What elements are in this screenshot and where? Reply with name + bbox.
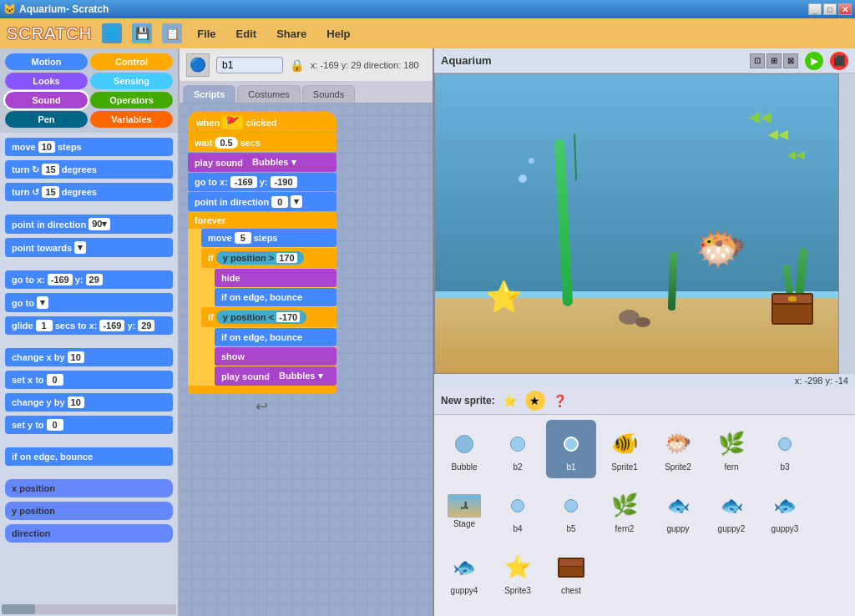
block-turn-ccw[interactable]: turn ↺ 15 degrees — [5, 183, 173, 201]
block-when-flag-clicked[interactable]: when 🚩 clicked — [188, 111, 336, 133]
stage-resize-controls: ⊡ ⊞ ⊠ — [750, 53, 798, 68]
block-set-y[interactable]: set y to 0 — [5, 416, 173, 434]
cat-operators[interactable]: Operators — [90, 92, 173, 109]
add-sprite-random[interactable]: ★ — [525, 391, 545, 411]
minimize-button[interactable]: _ — [808, 3, 822, 15]
tab-sounds[interactable]: Sounds — [302, 85, 355, 103]
block-point-towards[interactable]: point towards ▾ — [5, 238, 173, 257]
block-change-y[interactable]: change y by 10 — [5, 393, 173, 412]
sprite-thumb-guppy[interactable]: 🐟 guppy — [653, 482, 703, 540]
lock-icon[interactable]: 🔒 — [290, 58, 304, 72]
title-bar: 🐱 Aquarium- Scratch _ □ ✕ — [0, 0, 855, 18]
block-glide[interactable]: glide 1 secs to x: -169 y: 29 — [5, 316, 173, 335]
left-panel-scrollbar[interactable] — [2, 604, 176, 614]
run-button[interactable]: ▶ — [805, 52, 823, 70]
cat-variables[interactable]: Variables — [90, 111, 173, 128]
block-play-sound-2[interactable]: play sound Bubbles ▾ — [215, 366, 336, 386]
sprite-thumb-b5[interactable]: b5 — [546, 482, 596, 540]
resize-medium[interactable]: ⊞ — [766, 53, 782, 68]
cat-control[interactable]: Control — [90, 53, 173, 70]
cat-sound[interactable]: Sound — [5, 92, 88, 109]
stage-header: Aquarium ⊡ ⊞ ⊠ ▶ ⬛ — [434, 48, 855, 73]
scratch-logo: SCRATCH — [7, 24, 92, 43]
tab-costumes[interactable]: Costumes — [237, 85, 301, 103]
resize-fullscreen[interactable]: ⊠ — [783, 53, 798, 68]
sprite-thumb-b1[interactable]: b1 — [546, 420, 596, 478]
sprite-thumb-Sprite2[interactable]: 🐡 Sprite2 — [653, 420, 703, 478]
block-if-edge-bounce-1[interactable]: if on edge, bounce — [215, 288, 336, 306]
block-change-x[interactable]: change x by 10 — [5, 348, 173, 366]
sprite-thumb-fern2[interactable]: 🌿 fern2 — [600, 482, 650, 540]
tab-scripts[interactable]: Scripts — [183, 85, 235, 103]
scripts-area[interactable]: when 🚩 clicked wait 0.5 secs play sound … — [180, 103, 433, 616]
block-move-5[interactable]: move 5 steps — [201, 229, 336, 247]
menu-share[interactable]: Share — [271, 26, 311, 42]
block-if-y-pos-gt[interactable]: if y position > 170 — [201, 248, 336, 268]
rock-2 — [635, 317, 650, 327]
starfish: ⭐ — [485, 280, 523, 315]
new-sprite-bar: New sprite: ⭐ ★ ❓ — [434, 387, 855, 415]
sprite-thumb-guppy4[interactable]: 🐟 guppy4 — [439, 543, 489, 602]
sprite-thumb-Sprite3[interactable]: ⭐ Sprite3 — [493, 543, 543, 602]
cat-pen[interactable]: Pen — [5, 111, 88, 128]
sprite-panel: New sprite: ⭐ ★ ❓ Bubble b2 b1 — [434, 387, 855, 616]
sprite-coordinates: x: -169 y: 29 direction: 180 — [311, 60, 419, 70]
stop-button[interactable]: ⬛ — [830, 52, 848, 70]
block-move[interactable]: move 10 steps — [5, 138, 173, 156]
category-panel: Motion Control Looks Sensing Sound Opera… — [0, 48, 178, 133]
block-edge-bounce[interactable]: if on edge, bounce — [5, 447, 173, 466]
maximize-button[interactable]: □ — [823, 3, 837, 15]
block-go-to-xy[interactable]: go to x: -169 y: -190 — [188, 173, 336, 191]
cat-sensing[interactable]: Sensing — [90, 73, 173, 89]
duplicate-icon[interactable]: 📋 — [162, 23, 182, 43]
add-sprite-file[interactable]: ❓ — [550, 391, 570, 411]
sprite-thumb-b3[interactable]: b3 — [760, 420, 810, 478]
forever-cap — [188, 386, 336, 394]
cat-motion[interactable]: Motion — [5, 53, 88, 70]
sprite-thumb-Stage[interactable]: 🏞 Stage — [439, 482, 489, 540]
sprite-thumb-Bubble[interactable]: Bubble — [439, 420, 489, 478]
block-x-position[interactable]: x position — [5, 479, 173, 497]
fish-green-2: ▶▶ — [768, 126, 788, 142]
block-wait[interactable]: wait 0.5 secs — [188, 134, 336, 152]
menu-file[interactable]: File — [192, 26, 220, 42]
sprite-thumb-chest[interactable]: chest — [546, 543, 596, 602]
block-turn-cw[interactable]: turn ↻ 15 degrees — [5, 160, 173, 179]
end-arrow: ↩ — [188, 394, 336, 419]
globe-icon[interactable]: 🌐 — [102, 23, 122, 43]
block-point-direction[interactable]: point in direction 0▾ — [188, 192, 336, 211]
fish-green-1: ▶▶ — [748, 108, 772, 126]
block-show[interactable]: show — [215, 347, 336, 366]
app-icon: 🐱 — [3, 3, 16, 15]
block-goto[interactable]: go to ▾ — [5, 293, 173, 312]
sprite-thumb-guppy2[interactable]: 🐟 guppy2 — [706, 482, 756, 540]
close-button[interactable]: ✕ — [838, 3, 852, 15]
sprite-thumb-fern[interactable]: 🌿 fern — [706, 420, 756, 478]
block-play-sound-1[interactable]: play sound Bubbles ▾ — [188, 153, 336, 172]
sprite-info-bar: 🔵 b1 🔒 x: -169 y: 29 direction: 180 — [180, 48, 433, 82]
resize-small[interactable]: ⊡ — [750, 53, 765, 68]
sprite-name-input[interactable]: b1 — [216, 57, 283, 73]
block-set-x[interactable]: set x to 0 — [5, 371, 173, 389]
block-forever[interactable]: forever — [188, 212, 336, 229]
bubble-2 — [529, 158, 534, 164]
sprite-thumb-b2[interactable]: b2 — [493, 420, 543, 478]
sprite-thumb-b4[interactable]: b4 — [493, 482, 543, 540]
stage-canvas: | ▶▶ ▶▶ ▶▶ 🐡 ⭐ — [434, 73, 839, 374]
block-y-position[interactable]: y position — [5, 502, 173, 520]
stage-water — [435, 74, 838, 291]
add-sprite-paint[interactable]: ⭐ — [500, 391, 520, 411]
menu-edit[interactable]: Edit — [231, 26, 262, 42]
block-direction[interactable]: direction — [5, 524, 173, 543]
block-point-direction[interactable]: point in direction 90▾ — [5, 215, 173, 234]
sprite-thumb-guppy3[interactable]: 🐟 guppy3 — [760, 482, 810, 540]
menu-bar: SCRATCH 🌐 💾 📋 File Edit Share Help — [0, 18, 855, 48]
block-goto-xy[interactable]: go to x: -169 y: 29 — [5, 270, 173, 289]
save-icon[interactable]: 💾 — [132, 23, 152, 43]
block-if-edge-bounce-2[interactable]: if on edge, bounce — [215, 328, 336, 346]
menu-help[interactable]: Help — [321, 26, 355, 42]
block-if-y-pos-lt[interactable]: if y position < -170 — [201, 307, 336, 327]
cat-looks[interactable]: Looks — [5, 73, 88, 89]
block-hide[interactable]: hide — [215, 269, 336, 287]
sprite-thumb-Sprite1[interactable]: 🐠 Sprite1 — [600, 420, 650, 478]
